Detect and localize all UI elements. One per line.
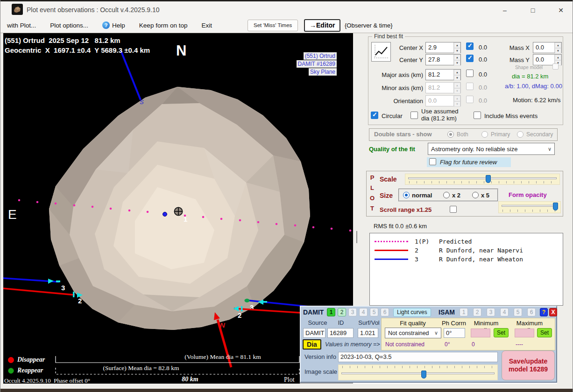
mass-y-label: Mass Y bbox=[507, 56, 530, 63]
isam-tab-5[interactable]: 5 bbox=[514, 308, 522, 316]
menu-help[interactable]: ? Help bbox=[102, 21, 125, 29]
menu-exit[interactable]: Exit bbox=[201, 22, 212, 29]
source-value: DAMIT bbox=[303, 328, 325, 338]
disappear-dot bbox=[8, 357, 14, 363]
chord-2-label-right: 2 bbox=[238, 311, 241, 319]
center-y-checkbox[interactable] bbox=[466, 55, 474, 62]
list-item[interactable]: 3 R Dunford, near Wheaton bbox=[370, 255, 563, 264]
orientation-label: Orientation bbox=[372, 98, 423, 105]
scale-slider-thumb[interactable] bbox=[486, 175, 491, 183]
splitter-handle[interactable] bbox=[356, 231, 357, 243]
memory-min-dia: 0 bbox=[472, 341, 475, 348]
double-primary-label: Primary bbox=[491, 131, 510, 138]
set-miss-times-button[interactable]: Set 'Miss' Times bbox=[248, 20, 298, 31]
damit-tab-6[interactable]: 6 bbox=[381, 308, 389, 316]
damit-tab-2[interactable]: 2 bbox=[338, 308, 346, 316]
disappear-label: Disappear bbox=[17, 356, 45, 364]
menu-with-plot[interactable]: with Plot... bbox=[7, 22, 36, 29]
form-opacity-thumb[interactable] bbox=[553, 203, 558, 210]
version-info-field[interactable]: 2023-10-03, Q=3.5 bbox=[338, 352, 498, 362]
flag-review-label: Flag for future review bbox=[440, 159, 497, 166]
source-header: Source bbox=[305, 319, 330, 326]
center-y-spinner[interactable]: 27.8▲▼ bbox=[425, 54, 461, 65]
double-secondary-radio bbox=[517, 131, 523, 138]
predicted-line-swatch bbox=[375, 241, 408, 242]
menu-plot-options[interactable]: Plot options... bbox=[50, 22, 88, 29]
info-model: DAMIT #16289 bbox=[297, 60, 337, 68]
use-assumed-label-2: dia (81.2 km) bbox=[421, 115, 457, 122]
occult-window: Plot event observations : Occult v.4.202… bbox=[0, 0, 573, 392]
circular-checkbox[interactable] bbox=[371, 112, 378, 119]
scroll-range-label: Scroll range x1.25 bbox=[380, 206, 432, 213]
damit-tab-5[interactable]: 5 bbox=[370, 308, 378, 316]
max-dia-field[interactable] bbox=[515, 329, 534, 337]
mass-x-spinner[interactable]: 0.0▲▼ bbox=[533, 42, 562, 53]
fit-quality-dropdown[interactable]: Not constrained∨ bbox=[385, 328, 441, 338]
list-item[interactable]: 1(P) Predicted bbox=[370, 237, 563, 246]
min-dia-set-button[interactable]: Set bbox=[494, 328, 509, 337]
form-opacity-slider[interactable] bbox=[498, 201, 561, 213]
scale-slider[interactable] bbox=[405, 174, 560, 185]
use-assumed-label-1: Use assumed bbox=[421, 108, 458, 115]
scroll-range-checkbox[interactable] bbox=[450, 206, 457, 213]
minor-axis-checkbox bbox=[466, 83, 474, 90]
maximize-button[interactable]: □ bbox=[523, 5, 542, 15]
damit-tab-1[interactable]: 1 bbox=[327, 308, 335, 316]
center-x-checkbox[interactable] bbox=[466, 42, 474, 50]
scale-bar-label: 80 km bbox=[171, 376, 209, 383]
minimize-button[interactable]: – bbox=[495, 5, 514, 15]
list-item[interactable]: 2 R Dunford, near Napervi bbox=[370, 246, 563, 255]
window-title: Plot event observations : Occult v.4.202… bbox=[27, 6, 160, 14]
orientation-resid: 0.0 bbox=[479, 97, 487, 104]
center-x-resid: 0.0 bbox=[479, 44, 487, 51]
size-x2-radio[interactable] bbox=[443, 192, 450, 198]
save-update-model-button[interactable]: Save/updatemodel 16289 bbox=[502, 350, 555, 380]
size-normal-radio[interactable] bbox=[403, 192, 410, 198]
isam-tab-6[interactable]: 6 bbox=[527, 308, 536, 316]
use-assumed-checkbox[interactable] bbox=[410, 112, 418, 119]
isam-tab-1[interactable]: 1 bbox=[460, 308, 468, 316]
center-x-spinner[interactable]: 2.9▲▼ bbox=[425, 42, 461, 53]
center-x-label: Center X bbox=[376, 44, 423, 51]
damit-close-button[interactable]: X bbox=[549, 308, 557, 316]
orientation-checkbox bbox=[466, 96, 474, 103]
dia-button[interactable]: Dia bbox=[303, 339, 321, 350]
min-dia-field[interactable] bbox=[471, 329, 490, 337]
size-x5-label: x 5 bbox=[481, 192, 489, 199]
max-dia-set-button[interactable]: Set bbox=[537, 328, 552, 337]
chord-2-swatch bbox=[375, 250, 408, 251]
chord-3-tick bbox=[56, 280, 60, 282]
chevron-down-icon: ∨ bbox=[432, 330, 441, 336]
north-label: N bbox=[176, 42, 186, 59]
isam-title: ISAM bbox=[439, 308, 455, 316]
damit-panel: DAMIT 1 2 3 4 5 6 Light curves ISAM 1 2 … bbox=[300, 306, 557, 383]
isam-tab-2[interactable]: 2 bbox=[473, 308, 481, 316]
close-button[interactable]: ✕ bbox=[552, 5, 570, 15]
damit-help-button[interactable]: ? bbox=[540, 308, 548, 316]
isam-tab-3[interactable]: 3 bbox=[487, 308, 495, 316]
id-value: 16289 bbox=[327, 328, 354, 338]
editor-button[interactable]: →Editor bbox=[304, 19, 340, 32]
menu-keep-on-top[interactable]: Keep form on top bbox=[139, 22, 188, 29]
include-miss-checkbox[interactable] bbox=[474, 112, 481, 119]
size-x5-radio[interactable] bbox=[472, 192, 479, 198]
flag-review-checkbox[interactable] bbox=[429, 158, 436, 165]
chevron-down-icon: ∨ bbox=[545, 146, 554, 152]
shape-model-label: Shape model bbox=[515, 65, 543, 70]
quality-dropdown[interactable]: Astrometry only. No reliable size∨ bbox=[428, 143, 555, 155]
image-scale-slider[interactable] bbox=[338, 364, 498, 380]
damit-tab-3[interactable]: 3 bbox=[348, 308, 357, 316]
light-curves-button[interactable]: Light curves bbox=[393, 308, 431, 317]
isam-tab-4[interactable]: 4 bbox=[500, 308, 509, 316]
damit-tab-4[interactable]: 4 bbox=[359, 308, 368, 316]
target-info-box: (551) Ortrud DAMIT #16289 Sky Plane bbox=[290, 52, 337, 76]
double-stars-label: Double stars - show bbox=[374, 131, 432, 138]
shape-model-checkbox[interactable] bbox=[552, 63, 559, 70]
image-scale-thumb[interactable] bbox=[421, 371, 426, 378]
ph-corr-field[interactable]: 0° bbox=[444, 328, 465, 338]
major-axis-spinner[interactable]: 81.2▲▼ bbox=[425, 69, 461, 80]
help-icon: ? bbox=[102, 21, 110, 29]
image-scale-label: Image scale bbox=[304, 368, 337, 375]
major-axis-checkbox[interactable] bbox=[466, 70, 474, 77]
observation-list[interactable]: 1(P) Predicted 2 R Dunford, near Napervi… bbox=[369, 233, 563, 306]
